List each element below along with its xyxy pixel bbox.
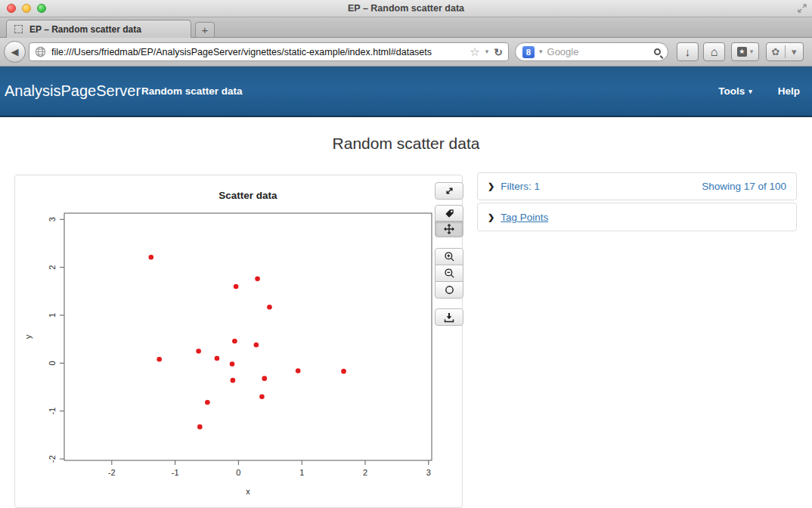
- y-tick-label: 3: [48, 217, 57, 221]
- search-engine-icon[interactable]: 8: [522, 46, 535, 58]
- x-tick-label: 1: [299, 468, 304, 477]
- bookmark-star-icon[interactable]: ☆: [470, 46, 479, 57]
- tab-ep-random-scatter-data[interactable]: EP – Random scatter data: [6, 20, 191, 38]
- plot-panel: -2-10123-2-10123Scatter dataxy: [14, 175, 463, 508]
- x-tick-label: 2: [363, 468, 367, 477]
- navbar-page-label[interactable]: Random scatter data: [141, 85, 243, 97]
- data-point[interactable]: [157, 357, 162, 362]
- x-tick-label: 3: [426, 468, 431, 477]
- tools-menu[interactable]: Tools ▾: [718, 85, 752, 97]
- search-bar[interactable]: 8 ▾ Google: [515, 42, 668, 61]
- data-point[interactable]: [234, 284, 239, 290]
- help-menu-label: Help: [778, 85, 800, 97]
- tag-points-link[interactable]: Tag Points: [501, 212, 548, 223]
- bookmarks-button[interactable]: ★ ▾: [731, 42, 759, 61]
- tag-icon: [444, 208, 455, 219]
- chart-title: Scatter data: [218, 190, 277, 201]
- download-plot-button[interactable]: [435, 308, 463, 326]
- tab-favicon-placeholder-icon: [14, 25, 23, 33]
- search-input[interactable]: Google: [547, 46, 649, 57]
- y-tick-label: 0: [48, 361, 57, 365]
- expand-plot-button[interactable]: [435, 182, 463, 200]
- x-tick-label: 0: [236, 468, 240, 477]
- data-point[interactable]: [341, 369, 346, 374]
- browser-toolbar: ◀ file:///Users/friedmab/EP/AnalysisPage…: [0, 38, 812, 67]
- window-resize-icon: [797, 3, 807, 14]
- zoom-out-button[interactable]: [435, 265, 463, 282]
- page-title: Random scatter data: [0, 135, 812, 153]
- data-point[interactable]: [215, 356, 220, 361]
- zoom-out-icon: [444, 268, 455, 279]
- data-point[interactable]: [267, 305, 272, 310]
- addon-dropdown-icon[interactable]: ▾: [786, 47, 804, 57]
- url-bar[interactable]: file:///Users/friedmab/EP/AnalysisPageSe…: [29, 42, 509, 61]
- data-point[interactable]: [259, 394, 265, 399]
- filters-panel: ❯ Filters: 1 Showing 17 of 100: [477, 172, 797, 200]
- tab-bar: EP – Random scatter data +: [0, 17, 812, 38]
- addon-button[interactable]: ✿ ▾: [766, 42, 804, 61]
- data-point[interactable]: [148, 255, 153, 260]
- window-title: EP – Random scatter data: [0, 0, 812, 17]
- data-point[interactable]: [205, 400, 210, 405]
- tools-menu-label: Tools: [718, 85, 745, 97]
- data-point[interactable]: [296, 368, 301, 373]
- filters-toggle[interactable]: Filters: 1: [501, 181, 540, 192]
- data-point[interactable]: [232, 339, 237, 344]
- tab-title: EP – Random scatter data: [29, 24, 141, 35]
- tools-caret-icon: ▾: [748, 88, 752, 95]
- zoom-in-button[interactable]: [435, 248, 463, 265]
- url-dropdown-icon[interactable]: ▾: [485, 48, 489, 55]
- back-button[interactable]: ◀: [4, 41, 26, 63]
- scatter-plot-svg[interactable]: -2-10123-2-10123Scatter dataxy: [15, 175, 462, 507]
- zoom-reset-button[interactable]: [435, 281, 463, 299]
- y-axis-label: y: [23, 334, 33, 339]
- x-tick-label: -1: [172, 468, 179, 477]
- app-brand[interactable]: AnalysisPageServer: [5, 82, 141, 100]
- tag-points-button[interactable]: [435, 205, 463, 221]
- x-axis-label: x: [246, 487, 250, 496]
- home-button[interactable]: ⌂: [703, 42, 725, 61]
- downloads-button[interactable]: ↓: [677, 42, 699, 61]
- addon-icon[interactable]: ✿: [767, 46, 785, 57]
- app-navbar: AnalysisPageServer Random scatter data T…: [0, 67, 812, 117]
- help-menu[interactable]: Help: [778, 85, 800, 97]
- filters-chevron-icon: ❯: [488, 181, 494, 191]
- data-point[interactable]: [255, 277, 260, 282]
- y-tick-label: -1: [48, 407, 57, 415]
- tag-points-chevron-icon: ❯: [488, 212, 494, 222]
- new-tab-button[interactable]: +: [195, 22, 215, 38]
- zoom-in-icon: [444, 251, 455, 262]
- reload-icon[interactable]: ↻: [494, 47, 503, 57]
- tag-points-panel: ❯ Tag Points: [477, 203, 797, 231]
- data-point[interactable]: [197, 424, 203, 429]
- pan-button[interactable]: [435, 221, 463, 237]
- x-tick-label: -2: [108, 468, 116, 477]
- search-icon[interactable]: [654, 48, 661, 55]
- data-point[interactable]: [262, 376, 267, 381]
- y-tick-label: -2: [48, 455, 57, 463]
- move-icon: [443, 223, 455, 235]
- download-icon: [443, 311, 455, 324]
- zoom-reset-icon: [444, 284, 455, 296]
- showing-count: Showing 17 of 100: [702, 181, 786, 192]
- search-engine-dropdown-icon[interactable]: ▾: [539, 48, 543, 55]
- y-tick-label: 1: [48, 313, 57, 318]
- url-text: file:///Users/friedmab/EP/AnalysisPageSe…: [51, 47, 464, 57]
- data-point[interactable]: [254, 342, 259, 348]
- data-point[interactable]: [230, 361, 235, 367]
- bookmarks-icon: ★: [737, 47, 747, 57]
- globe-icon: [35, 46, 46, 57]
- data-point[interactable]: [231, 378, 236, 383]
- data-point[interactable]: [196, 348, 201, 354]
- y-tick-label: 2: [48, 265, 57, 270]
- bookmarks-dropdown-icon: ▾: [750, 48, 754, 55]
- expand-icon: [444, 185, 455, 197]
- window-titlebar: EP – Random scatter data: [0, 0, 812, 17]
